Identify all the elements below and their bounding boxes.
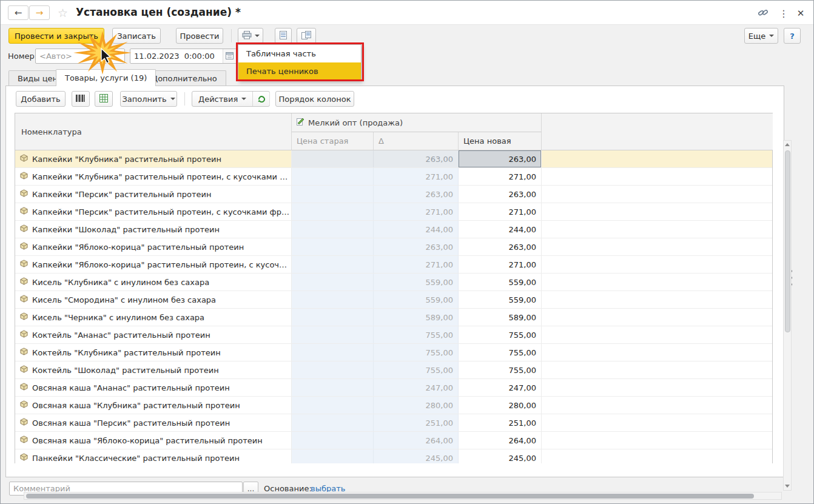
new-price-cell[interactable]: 755,00 [459, 326, 542, 343]
old-price-cell[interactable] [292, 274, 374, 291]
table-row[interactable]: Кисель "Смородина" с инулином без сахара… [15, 291, 772, 309]
nomenclature-cell[interactable]: Кисель "Клубника" с инулином без сахара [15, 274, 292, 291]
nomenclature-cell[interactable]: Овсяная каша "Яблоко-корица" растительны… [15, 432, 292, 449]
table-row[interactable]: Капкейки "Персик" растительный протеин, … [15, 203, 772, 221]
table-row[interactable]: Капкейки "Шоколад" растительный протеин … [15, 221, 772, 238]
new-price-cell[interactable]: 589,00 [459, 309, 542, 326]
column-header-new-price[interactable]: Цена новая [459, 132, 542, 150]
delta-cell[interactable]: 247,00 [374, 379, 459, 396]
delta-cell[interactable]: 280,00 [374, 397, 459, 414]
print-menu-button[interactable] [238, 28, 263, 44]
old-price-cell[interactable] [292, 361, 374, 378]
menu-item-print-price-tags[interactable]: Печать ценников [238, 62, 361, 80]
horizontal-scrollbar[interactable] [24, 492, 782, 500]
column-header-delta[interactable]: Δ [374, 132, 459, 150]
new-price-cell[interactable]: 755,00 [459, 344, 542, 361]
delta-cell[interactable]: 271,00 [374, 203, 459, 220]
pick-from-catalog-button[interactable] [95, 91, 113, 107]
new-price-cell[interactable]: 251,00 [459, 414, 542, 431]
delta-cell[interactable]: 271,00 [374, 168, 459, 185]
old-price-cell[interactable] [292, 168, 374, 185]
column-header-old-price[interactable]: Цена старая [292, 132, 374, 150]
delta-cell[interactable]: 589,00 [374, 309, 459, 326]
table-row[interactable]: Капкейки "Персик" растительный протеин 2… [15, 186, 772, 203]
delta-cell[interactable]: 245,00 [374, 449, 459, 463]
delta-cell[interactable]: 263,00 [374, 238, 459, 255]
table-row[interactable]: Кисель "Черника" с инулином без сахара 5… [15, 309, 772, 326]
table-row[interactable]: Капкейки "Клубника" растительный протеин… [15, 168, 772, 186]
column-header-nomenclature[interactable]: Номенклатура [15, 113, 292, 150]
date-field[interactable] [130, 49, 237, 64]
nomenclature-cell[interactable]: Капкейки "Шоколад" растительный протеин [15, 221, 292, 238]
window-menu-button[interactable]: ⋮ [777, 7, 790, 20]
nomenclature-cell[interactable]: Капкейки "Яблоко-корица" растительный пр… [15, 256, 292, 273]
nomenclature-cell[interactable]: Коктейль "Ананас" растительный протеин [15, 326, 292, 343]
new-price-cell[interactable]: 263,00 [459, 238, 542, 255]
scroll-down-arrow[interactable] [785, 485, 790, 488]
close-button[interactable]: ✕ [794, 7, 807, 20]
nomenclature-cell[interactable]: Кисель "Черника" с инулином без сахара [15, 309, 292, 326]
table-row[interactable]: Коктейль "Клубника" растительный протеин… [15, 344, 772, 361]
new-price-cell[interactable]: 559,00 [459, 291, 542, 308]
table-row[interactable]: Овсяная каша "Клубника" растительный про… [15, 397, 772, 414]
old-price-cell[interactable] [292, 291, 374, 308]
menu-item-tabular-section[interactable]: Табличная часть [238, 45, 361, 62]
new-price-cell[interactable]: 280,00 [459, 397, 542, 414]
delta-cell[interactable]: 251,00 [374, 414, 459, 431]
old-price-cell[interactable] [292, 221, 374, 238]
nomenclature-cell[interactable]: Овсяная каша "Ананас" растительный проте… [15, 379, 292, 396]
table-row[interactable]: Коктейль "Ананас" растительный протеин 7… [15, 326, 772, 344]
apply-prices-button[interactable] [252, 92, 269, 106]
forward-button[interactable]: → [29, 5, 50, 20]
table-row[interactable]: Коктейль "Шоколад" растительный протеин … [15, 361, 772, 379]
nomenclature-cell[interactable]: Капкейки "Персик" растительный протеин, … [15, 203, 292, 220]
new-price-cell[interactable]: 263,00 [459, 150, 542, 167]
delta-cell[interactable]: 264,00 [374, 432, 459, 449]
calendar-picker-button[interactable] [223, 49, 236, 63]
table-row[interactable]: Капкейки "Яблоко-корица" растительный пр… [15, 238, 772, 256]
old-price-cell[interactable] [292, 150, 374, 167]
old-price-cell[interactable] [292, 309, 374, 326]
delta-cell[interactable]: 271,00 [374, 256, 459, 273]
write-button[interactable]: Записать [112, 28, 161, 44]
nomenclature-cell[interactable]: Капкейки "Персик" растительный протеин [15, 186, 292, 203]
nomenclature-cell[interactable]: Овсяная каша "Клубника" растительный про… [15, 397, 292, 414]
nomenclature-cell[interactable]: Коктейль "Шоколад" растительный протеин [15, 361, 292, 378]
actions-menu-button[interactable]: Действия [192, 91, 270, 107]
more-actions-button[interactable]: Еще [744, 28, 778, 44]
number-input[interactable] [35, 49, 125, 64]
nomenclature-cell[interactable]: Капкейки "Яблоко-корица" растительный пр… [15, 238, 292, 255]
new-price-cell[interactable]: 245,00 [459, 449, 542, 463]
new-price-cell[interactable]: 263,00 [459, 186, 542, 203]
old-price-cell[interactable] [292, 326, 374, 343]
favorite-star-icon[interactable]: ☆ [58, 6, 68, 19]
column-header-price-type[interactable]: Мелкий опт (продажа) [292, 113, 542, 132]
help-button[interactable]: ? [784, 28, 801, 44]
table-row[interactable]: Капкейки "Клубника" растительный протеин… [15, 150, 772, 168]
new-price-cell[interactable]: 244,00 [459, 221, 542, 238]
post-button[interactable]: Провести [176, 28, 223, 44]
date-input[interactable] [130, 52, 223, 61]
new-price-cell[interactable]: 264,00 [459, 432, 542, 449]
table-row[interactable]: Капкейки "Яблоко-корица" растительный пр… [15, 256, 772, 274]
old-price-cell[interactable] [292, 432, 374, 449]
old-price-cell[interactable] [292, 397, 374, 414]
nomenclature-cell[interactable]: Панкейки "Классические" растительный про… [15, 449, 292, 463]
new-price-cell[interactable]: 755,00 [459, 361, 542, 378]
get-link-button[interactable] [756, 7, 770, 20]
old-price-cell[interactable] [292, 203, 374, 220]
old-price-cell[interactable] [292, 379, 374, 396]
old-price-cell[interactable] [292, 449, 374, 463]
vertical-scrollbar-thumb[interactable] [785, 150, 790, 332]
scroll-up-arrow[interactable] [785, 143, 790, 146]
table-row[interactable]: Овсяная каша "Яблоко-корица" растительны… [15, 432, 772, 449]
new-price-cell[interactable]: 271,00 [459, 203, 542, 220]
delta-cell[interactable]: 263,00 [374, 186, 459, 203]
old-price-cell[interactable] [292, 414, 374, 431]
back-button[interactable]: ← [8, 5, 29, 20]
post-and-close-button[interactable]: Провести и закрыть [8, 28, 104, 44]
delta-cell[interactable]: 755,00 [374, 344, 459, 361]
nomenclature-cell[interactable]: Коктейль "Клубника" растительный протеин [15, 344, 292, 361]
nomenclature-cell[interactable]: Капкейки "Клубника" растительный протеин… [15, 168, 292, 185]
barcode-scan-button[interactable] [72, 91, 90, 107]
